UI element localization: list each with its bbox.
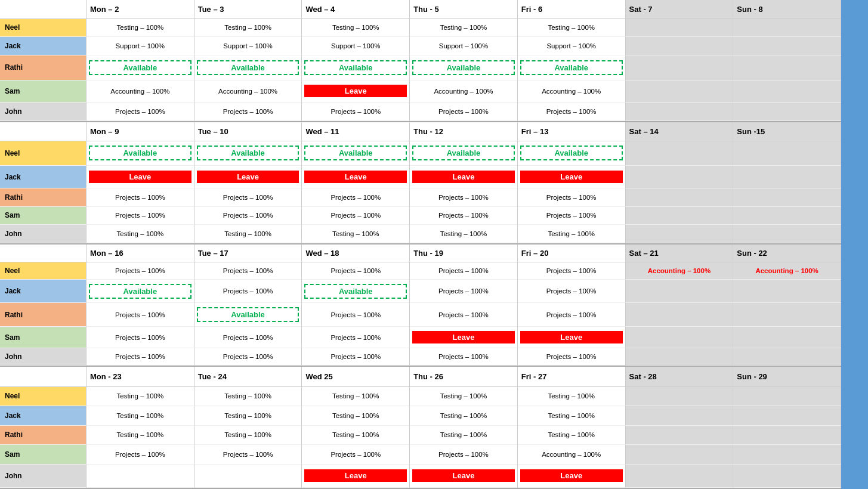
week-2-name-header bbox=[0, 244, 87, 262]
week-0-name-sam: Sam bbox=[0, 81, 87, 103]
week-1-row-0-cell-2: Available bbox=[302, 141, 410, 166]
week-3-row-3-cell-2: Projects – 100% bbox=[302, 445, 410, 465]
week-3-row-2-cell-0: Testing – 100% bbox=[87, 426, 194, 445]
week-1-name-jack: Jack bbox=[0, 166, 87, 188]
week-3-name-neel: Neel bbox=[0, 387, 87, 407]
week-1-row-2-cell-3: Projects – 100% bbox=[410, 188, 518, 207]
week-1-name-header bbox=[0, 122, 87, 141]
week-3-row-1-cell-1: Testing – 100% bbox=[194, 406, 302, 426]
week-section-1: Mon – 9Tue – 10Wed – 11Thu - 12Fri – 13S… bbox=[0, 122, 841, 244]
week-2-row-2-cell-3: Projects – 100% bbox=[410, 303, 518, 327]
week-0-row-0-cell-0: Testing – 100% bbox=[87, 19, 194, 38]
week-3-row-2-cell-5 bbox=[626, 426, 734, 445]
week-0-row-1-cell-2: Support – 100% bbox=[302, 37, 410, 55]
week-1-day-header-2: Tue – 10 bbox=[194, 122, 302, 141]
week-3-row-1-cell-2: Testing – 100% bbox=[302, 406, 410, 426]
available-box: Available bbox=[304, 146, 407, 160]
week-0-day-header-4: Thu - 5 bbox=[410, 0, 518, 19]
week-2-row-4-cell-0: Projects – 100% bbox=[87, 348, 194, 366]
week-2-row-1-cell-6 bbox=[733, 280, 841, 304]
leave-box: Leave bbox=[520, 171, 623, 183]
week-3-name-sam: Sam bbox=[0, 445, 87, 465]
week-2-row-2-cell-4: Projects – 100% bbox=[518, 303, 626, 327]
week-2-name-rathi: Rathi bbox=[0, 303, 87, 327]
week-1-row-1-cell-6 bbox=[733, 166, 841, 188]
week-0-row-4-cell-0: Projects – 100% bbox=[87, 103, 194, 121]
week-3-row-2-cell-3: Testing – 100% bbox=[410, 426, 518, 445]
week-3-day-header-2: Tue - 24 bbox=[194, 367, 302, 387]
week-2-row-0-cell-6: Accounting – 100% bbox=[733, 262, 841, 280]
week-2-row-3-cell-4: Leave bbox=[518, 327, 626, 348]
week-3-row-0-cell-1: Testing – 100% bbox=[194, 387, 302, 407]
week-2-row-1-cell-5 bbox=[626, 280, 734, 304]
week-1-row-3-cell-2: Projects – 100% bbox=[302, 207, 410, 225]
week-1-row-3-cell-1: Projects – 100% bbox=[194, 207, 302, 225]
week-2-name-jack: Jack bbox=[0, 280, 87, 304]
week-2-row-0-cell-2: Projects – 100% bbox=[302, 262, 410, 280]
week-0-row-2-cell-4: Available bbox=[518, 55, 626, 81]
week-1-name-john: John bbox=[0, 225, 87, 243]
week-2-row-1-cell-3: Projects – 100% bbox=[410, 280, 518, 304]
week-2-row-4-cell-6 bbox=[733, 348, 841, 366]
week-2-row-2-cell-5 bbox=[626, 303, 734, 327]
leave-box: Leave bbox=[520, 331, 623, 343]
leave-box: Leave bbox=[412, 171, 515, 183]
week-3-row-1-cell-5 bbox=[626, 406, 734, 426]
week-0-row-0-cell-3: Testing – 100% bbox=[410, 19, 518, 38]
week-1-row-1-cell-0: Leave bbox=[87, 166, 194, 188]
week-2-row-1-cell-0: Available bbox=[87, 280, 194, 304]
week-0-name-neel: Neel bbox=[0, 19, 87, 38]
available-box: Available bbox=[89, 60, 191, 75]
week-1-row-2-cell-6 bbox=[733, 188, 841, 207]
available-box: Available bbox=[197, 60, 299, 75]
week-0-row-4-cell-2: Projects – 100% bbox=[302, 103, 410, 121]
week-3-day-header-5: Fri - 27 bbox=[518, 367, 626, 387]
week-0-day-header-6: Sat - 7 bbox=[626, 0, 734, 19]
week-1-row-2-cell-4: Projects – 100% bbox=[518, 188, 626, 207]
week-3-row-4-cell-4: Leave bbox=[518, 465, 626, 488]
week-0-day-header-2: Tue – 3 bbox=[194, 0, 302, 19]
week-0-row-2-cell-6 bbox=[733, 55, 841, 81]
week-3-name-john: John bbox=[0, 465, 87, 488]
week-1-row-4-cell-6 bbox=[733, 225, 841, 243]
available-box: Available bbox=[520, 60, 623, 75]
week-1-day-header-7: Sun -15 bbox=[733, 122, 841, 141]
week-2-name-sam: Sam bbox=[0, 327, 87, 348]
week-1-day-header-3: Wed – 11 bbox=[302, 122, 410, 141]
week-0-row-0-cell-2: Testing – 100% bbox=[302, 19, 410, 38]
week-0-row-3-cell-2: Leave bbox=[302, 81, 410, 103]
week-2-row-4-cell-3: Projects – 100% bbox=[410, 348, 518, 366]
week-2-row-3-cell-2: Projects – 100% bbox=[302, 327, 410, 348]
week-0-row-3-cell-1: Accounting – 100% bbox=[194, 81, 302, 103]
week-3-row-0-cell-0: Testing – 100% bbox=[87, 387, 194, 407]
week-3-name-rathi: Rathi bbox=[0, 426, 87, 445]
week-1-day-header-1: Mon – 9 bbox=[87, 122, 194, 141]
leave-box: Leave bbox=[520, 469, 623, 482]
week-0-row-1-cell-6 bbox=[733, 37, 841, 55]
week-3-row-2-cell-2: Testing – 100% bbox=[302, 426, 410, 445]
week-0-name-john: John bbox=[0, 103, 87, 121]
week-1-row-3-cell-4: Projects – 100% bbox=[518, 207, 626, 225]
week-2-row-4-cell-1: Projects – 100% bbox=[194, 348, 302, 366]
week-3-row-0-cell-6 bbox=[733, 387, 841, 407]
week-1-row-1-cell-3: Leave bbox=[410, 166, 518, 188]
week-0-row-0-cell-6 bbox=[733, 19, 841, 38]
week-0-row-1-cell-4: Support – 100% bbox=[518, 37, 626, 55]
leave-box: Leave bbox=[412, 331, 515, 343]
week-0-row-1-cell-1: Support – 100% bbox=[194, 37, 302, 55]
week-1-row-4-cell-5 bbox=[626, 225, 734, 243]
week-3-row-0-cell-3: Testing – 100% bbox=[410, 387, 518, 407]
week-3-name-jack: Jack bbox=[0, 406, 87, 426]
week-0-row-3-cell-0: Accounting – 100% bbox=[87, 81, 194, 103]
available-box: Available bbox=[520, 146, 623, 160]
week-3-row-3-cell-0: Projects – 100% bbox=[87, 445, 194, 465]
week-3-row-2-cell-1: Testing – 100% bbox=[194, 426, 302, 445]
week-3-day-header-3: Wed 25 bbox=[302, 367, 410, 387]
week-1-name-rathi: Rathi bbox=[0, 188, 87, 207]
week-3-row-3-cell-3: Projects – 100% bbox=[410, 445, 518, 465]
week-3-row-4-cell-2: Leave bbox=[302, 465, 410, 488]
week-0-day-header-1: Mon – 2 bbox=[87, 0, 194, 19]
week-0-row-4-cell-3: Projects – 100% bbox=[410, 103, 518, 121]
week-1-row-2-cell-1: Projects – 100% bbox=[194, 188, 302, 207]
leave-box: Leave bbox=[304, 469, 407, 482]
